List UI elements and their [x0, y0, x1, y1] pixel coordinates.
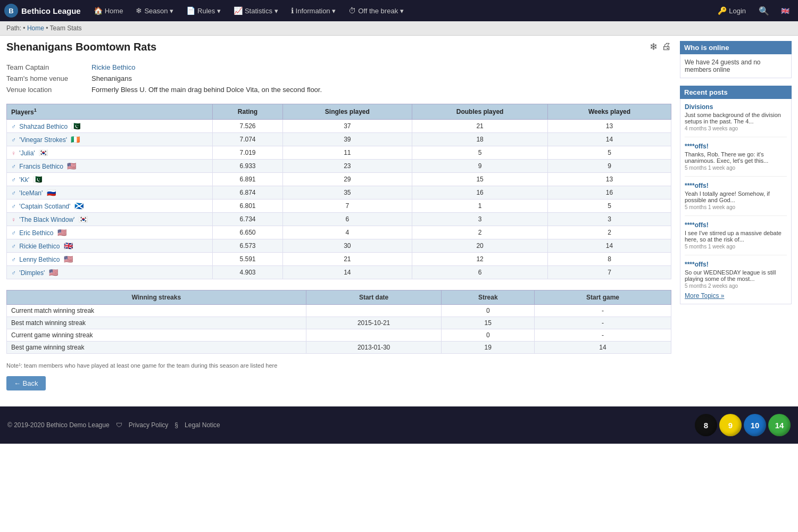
- back-button[interactable]: ← Back: [6, 376, 46, 390]
- post-title[interactable]: Divisions: [685, 103, 787, 111]
- post-title[interactable]: ****offs!: [685, 221, 787, 229]
- nav-login[interactable]: 🔑 Login: [712, 0, 751, 21]
- snowflake-icon[interactable]: ❄: [650, 41, 658, 53]
- player-doubles: 3: [412, 213, 548, 226]
- player-doubles: 12: [412, 253, 548, 266]
- player-name-link[interactable]: 'Captain Scotland': [19, 203, 70, 210]
- streak-name: Current game winning streak: [7, 329, 306, 342]
- player-singles: 37: [282, 120, 412, 133]
- streak-row: Best match winning streak 2015-10-21 15 …: [7, 317, 671, 329]
- main-content: Shenanigans Boomtown Rats ❄ 🖨 Team Capta…: [6, 41, 671, 390]
- streak-name: Current match winning streak: [7, 305, 306, 317]
- search-button[interactable]: 🔍: [753, 6, 775, 16]
- player-name-link[interactable]: Eric Bethico: [19, 229, 53, 237]
- player-name-link[interactable]: 'Dimples': [19, 269, 45, 277]
- player-flag: 🇺🇸: [49, 268, 58, 277]
- more-topics-link[interactable]: More Topics »: [685, 292, 787, 300]
- brand[interactable]: B Bethico League: [4, 4, 81, 18]
- player-weeks: 14: [548, 239, 671, 253]
- player-doubles: 16: [412, 186, 548, 200]
- legal-notice-link[interactable]: Legal Notice: [185, 421, 220, 429]
- footer-links: © 2019-2020 Bethico Demo League 🛡 Privac…: [7, 421, 220, 429]
- login-icon: 🔑: [718, 6, 727, 15]
- player-flag: 🇵🇰: [71, 122, 80, 130]
- player-name-link[interactable]: Francis Bethico: [19, 163, 63, 170]
- player-rating: 4.903: [213, 266, 282, 279]
- post-time: 5 months 1 week ago: [685, 244, 787, 250]
- nav-statistics[interactable]: 📈 Statistics ▾: [228, 0, 284, 21]
- post-title[interactable]: ****offs!: [685, 143, 787, 150]
- player-row: ♂ 'Vinegar Strokes' 🇮🇪 7.074 39 18 14: [7, 133, 671, 146]
- recent-posts-box: Recent posts Divisions Just some backgro…: [680, 86, 792, 304]
- team-captain-link[interactable]: Rickie Bethico: [92, 63, 135, 71]
- player-name-link[interactable]: 'Julia': [19, 149, 35, 157]
- breadcrumb: Path: • Home • Team Stats: [0, 21, 798, 36]
- post-excerpt: Yeah I totally agree! Somehow, if possib…: [685, 190, 787, 203]
- player-doubles: 9: [412, 160, 548, 173]
- female-icon: ♀: [11, 149, 16, 157]
- player-name-link[interactable]: 'Kk': [19, 176, 29, 184]
- player-row: ♂ Francis Bethico 🇺🇸 6.933 23 9 9: [7, 160, 671, 173]
- player-name-link[interactable]: 'Vinegar Strokes': [19, 136, 67, 144]
- player-rating: 6.874: [213, 186, 282, 200]
- navbar: B Bethico League 🏠 Home ❄ Season ▾ 📄 Rul…: [0, 0, 798, 21]
- player-name-link[interactable]: Shahzad Bethico: [19, 123, 68, 130]
- player-weeks: 3: [548, 213, 671, 226]
- players-col-doubles: Doubles played: [412, 104, 548, 120]
- streak-name: Best game winning streak: [7, 342, 306, 354]
- nav-rules[interactable]: 📄 Rules ▾: [181, 0, 226, 21]
- player-name-link[interactable]: Rickie Bethico: [19, 243, 60, 250]
- player-weeks: 16: [548, 186, 671, 200]
- player-weeks: 5: [548, 146, 671, 160]
- nav-information[interactable]: ℹ Information ▾: [286, 0, 342, 21]
- player-flag: 🇺🇸: [64, 255, 73, 263]
- venue-location-label: Venue location: [6, 84, 92, 95]
- who-online-box: Who is online We have 24 guests and no m…: [680, 41, 792, 78]
- player-rating: 6.650: [213, 226, 282, 239]
- streak-value: 15: [442, 317, 535, 329]
- breadcrumb-home[interactable]: Home: [27, 24, 44, 32]
- streaks-col-start-date: Start date: [306, 290, 442, 305]
- home-icon: 🏠: [94, 6, 103, 15]
- player-name-link[interactable]: Lenny Bethico: [19, 256, 60, 263]
- venue-location-row: Venue location Formerly Bless U. Off the…: [6, 84, 326, 95]
- billiard-balls: 8 9 10 14: [695, 414, 791, 436]
- player-name-link[interactable]: 'IceMan': [19, 189, 43, 197]
- player-rating: 7.074: [213, 133, 282, 146]
- post-title[interactable]: ****offs!: [685, 182, 787, 189]
- player-singles: 21: [282, 253, 412, 266]
- streak-name: Best match winning streak: [7, 317, 306, 329]
- players-col-rating: Rating: [213, 104, 282, 120]
- player-singles: 35: [282, 186, 412, 200]
- player-weeks: 9: [548, 160, 671, 173]
- team-info: Team Captain Rickie Bethico Team's home …: [6, 62, 671, 95]
- player-name: ♂ Rickie Bethico 🇬🇧: [7, 239, 213, 253]
- privacy-policy-link[interactable]: Privacy Policy: [129, 421, 169, 429]
- player-name: ♂ 'Dimples' 🇺🇸: [7, 266, 213, 279]
- sidebar: Who is online We have 24 guests and no m…: [680, 41, 792, 390]
- players-header-row: Players1 Rating Singles played Doubles p…: [7, 104, 671, 120]
- who-online-body: We have 24 guests and no members online: [680, 54, 792, 78]
- player-row: ♂ Lenny Bethico 🇺🇸 5.591 21 12 8: [7, 253, 671, 266]
- nav-season[interactable]: ❄ Season ▾: [130, 0, 179, 21]
- team-captain-value: Rickie Bethico: [92, 62, 326, 73]
- ball-10: 10: [744, 414, 766, 436]
- player-name-link[interactable]: 'The Black Window': [19, 216, 74, 223]
- nav-off-the-break[interactable]: ⏱ Off the break ▾: [343, 0, 409, 21]
- player-flag: 🇬🇧: [64, 242, 73, 250]
- section-icon: §: [174, 421, 178, 429]
- player-row: ♂ 'Kk' 🇵🇰 6.891 29 15 13: [7, 173, 671, 186]
- home-venue-value: Shenanigans: [92, 73, 326, 84]
- recent-posts-header: Recent posts: [680, 86, 792, 99]
- nav-season-label: Season ▾: [144, 7, 173, 15]
- print-icon[interactable]: 🖨: [662, 41, 671, 53]
- player-name: ♂ Eric Bethico 🇺🇸: [7, 226, 213, 239]
- player-name: ♂ Lenny Bethico 🇺🇸: [7, 253, 213, 266]
- recent-post-item: ****offs! I see I've stirred up a massiv…: [685, 221, 787, 255]
- post-title[interactable]: ****offs!: [685, 261, 787, 268]
- post-time: 5 months 1 week ago: [685, 204, 787, 210]
- post-time: 5 months 1 week ago: [685, 165, 787, 171]
- nav-home[interactable]: 🏠 Home: [88, 0, 129, 21]
- nav-home-label: Home: [105, 7, 123, 15]
- player-rating: 6.891: [213, 173, 282, 186]
